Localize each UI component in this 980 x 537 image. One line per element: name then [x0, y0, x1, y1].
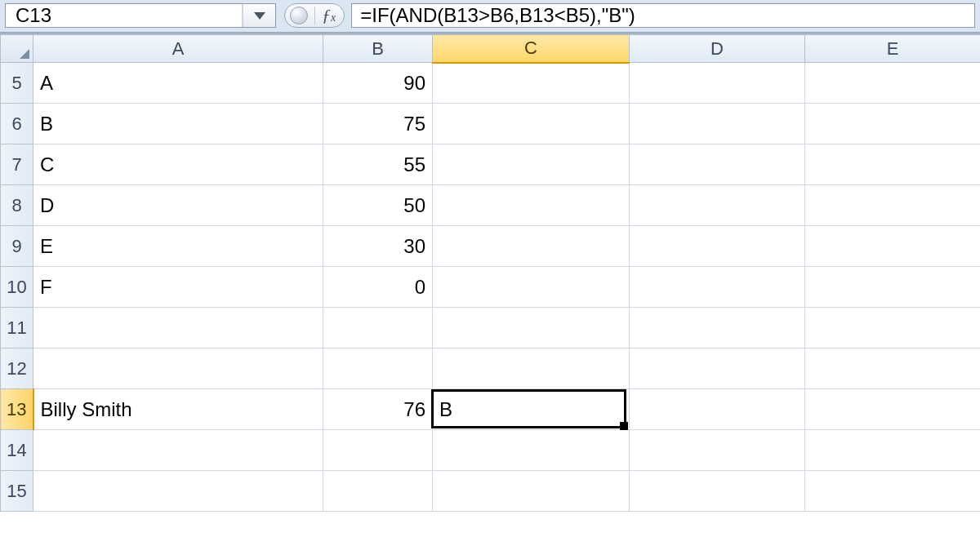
cell-E14[interactable]: [805, 430, 981, 471]
cell-E7[interactable]: [805, 144, 981, 185]
row-header[interactable]: 8: [1, 185, 33, 226]
cell-B6[interactable]: 75: [323, 104, 433, 144]
cell-A10[interactable]: F: [33, 267, 323, 308]
cell-C11[interactable]: [433, 308, 630, 348]
cell-A8[interactable]: D: [33, 185, 323, 226]
cell-B12[interactable]: [323, 348, 433, 389]
cell-B13[interactable]: 76: [323, 389, 433, 430]
cell-B9[interactable]: 30: [323, 226, 433, 267]
cell-D6[interactable]: [630, 104, 805, 144]
table-row: 15: [1, 471, 981, 512]
cell-A13[interactable]: Billy Smith: [33, 389, 323, 430]
table-row: 7 C 55: [1, 144, 981, 185]
row-header[interactable]: 7: [1, 144, 33, 185]
cell-D11[interactable]: [630, 308, 805, 348]
cell-C13[interactable]: B: [433, 389, 630, 430]
cell-C15[interactable]: [433, 471, 630, 512]
chevron-down-icon: [254, 12, 265, 20]
cell-C8[interactable]: [433, 185, 630, 226]
cell-C5[interactable]: [433, 63, 630, 104]
table-row: 12: [1, 348, 981, 389]
row-header[interactable]: 5: [1, 63, 33, 104]
cell-D13[interactable]: [630, 389, 805, 430]
row-header[interactable]: 9: [1, 226, 33, 267]
cell-A5[interactable]: A: [33, 63, 323, 104]
cell-E5[interactable]: [805, 63, 981, 104]
cancel-formula-icon[interactable]: [290, 7, 308, 24]
cell-D12[interactable]: [630, 348, 805, 389]
fx-icon[interactable]: ƒx: [322, 5, 339, 26]
cell-D14[interactable]: [630, 430, 805, 471]
cell-E13[interactable]: [805, 389, 981, 430]
cell-B8[interactable]: 50: [323, 185, 433, 226]
cell-B15[interactable]: [323, 471, 433, 512]
table-row: 13 Billy Smith 76 B: [1, 389, 981, 430]
table-row: 8 D 50: [1, 185, 981, 226]
cell-A9[interactable]: E: [33, 226, 323, 267]
cell-C14[interactable]: [433, 430, 630, 471]
table-row: 5 A 90: [1, 63, 981, 104]
row-header[interactable]: 14: [1, 430, 33, 471]
formula-input[interactable]: =IF(AND(B13>B6,B13<B5),"B"): [351, 3, 975, 28]
cell-C10[interactable]: [433, 267, 630, 308]
name-box-dropdown[interactable]: [243, 4, 275, 27]
cell-E15[interactable]: [805, 471, 981, 512]
cell-A14[interactable]: [33, 430, 323, 471]
spreadsheet-grid: A B C D E 5 A 90 6 B 75 7 C 55: [0, 33, 980, 512]
row-header[interactable]: 13: [1, 389, 33, 430]
cell-D9[interactable]: [630, 226, 805, 267]
cell-D15[interactable]: [630, 471, 805, 512]
column-header-D[interactable]: D: [630, 35, 805, 63]
cell-A12[interactable]: [33, 348, 323, 389]
cell-E8[interactable]: [805, 185, 981, 226]
cell-D8[interactable]: [630, 185, 805, 226]
cell-E6[interactable]: [805, 104, 981, 144]
name-box[interactable]: C13: [6, 4, 243, 27]
formula-bar: C13 ƒx =IF(AND(B13>B6,B13<B5),"B"): [0, 0, 980, 33]
column-header-row: A B C D E: [1, 35, 981, 63]
row-header[interactable]: 6: [1, 104, 33, 144]
cell-B11[interactable]: [323, 308, 433, 348]
cell-C7[interactable]: [433, 144, 630, 185]
cell-C12[interactable]: [433, 348, 630, 389]
cell-D7[interactable]: [630, 144, 805, 185]
column-header-C[interactable]: C: [433, 35, 630, 63]
cell-E11[interactable]: [805, 308, 981, 348]
cell-E12[interactable]: [805, 348, 981, 389]
select-all-corner[interactable]: [1, 35, 33, 63]
row-header[interactable]: 11: [1, 308, 33, 348]
cell-B7[interactable]: 55: [323, 144, 433, 185]
name-box-wrap: C13: [5, 3, 276, 28]
row-header[interactable]: 12: [1, 348, 33, 389]
table-row: 11: [1, 308, 981, 348]
cell-A15[interactable]: [33, 471, 323, 512]
grid-table: A B C D E 5 A 90 6 B 75 7 C 55: [0, 34, 980, 512]
separator: [314, 7, 315, 24]
row-header[interactable]: 10: [1, 267, 33, 308]
row-header[interactable]: 15: [1, 471, 33, 512]
cell-B5[interactable]: 90: [323, 63, 433, 104]
formula-buttons: ƒx: [284, 3, 345, 28]
cell-D5[interactable]: [630, 63, 805, 104]
cell-B10[interactable]: 0: [323, 267, 433, 308]
cell-D10[interactable]: [630, 267, 805, 308]
table-row: 14: [1, 430, 981, 471]
column-header-E[interactable]: E: [805, 35, 981, 63]
cell-B14[interactable]: [323, 430, 433, 471]
cell-A7[interactable]: C: [33, 144, 323, 185]
column-header-B[interactable]: B: [323, 35, 433, 63]
table-row: 6 B 75: [1, 104, 981, 144]
cell-A11[interactable]: [33, 308, 323, 348]
table-row: 9 E 30: [1, 226, 981, 267]
cell-E9[interactable]: [805, 226, 981, 267]
cell-C9[interactable]: [433, 226, 630, 267]
column-header-A[interactable]: A: [33, 35, 323, 63]
cell-E10[interactable]: [805, 267, 981, 308]
cell-A6[interactable]: B: [33, 104, 323, 144]
cell-C6[interactable]: [433, 104, 630, 144]
table-row: 10 F 0: [1, 267, 981, 308]
